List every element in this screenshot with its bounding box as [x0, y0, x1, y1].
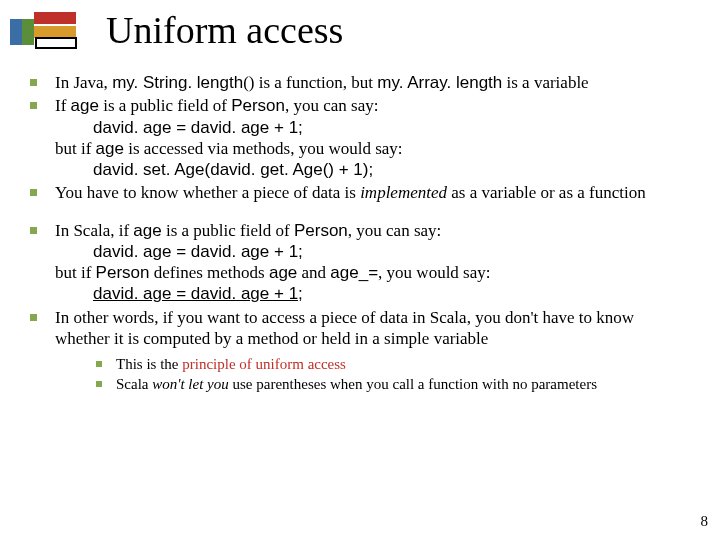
text: Scala	[116, 376, 152, 392]
text: , you can say:	[348, 221, 441, 240]
page-number: 8	[701, 513, 709, 530]
code: Person	[231, 96, 285, 115]
text: is accessed via methods, you would say:	[124, 139, 403, 158]
code: david. age = david. age + 1;	[93, 242, 303, 261]
code: age	[96, 139, 124, 158]
svg-rect-0	[34, 12, 76, 24]
svg-rect-3	[10, 19, 22, 45]
svg-rect-2	[22, 19, 34, 45]
logo-icon	[10, 10, 88, 58]
text: In Java,	[55, 73, 112, 92]
code: david. set. Age(david. get. Age() + 1);	[93, 160, 373, 179]
text: , you can say:	[285, 96, 378, 115]
text: This is the	[116, 356, 182, 372]
text: () is a function, but	[243, 73, 377, 92]
text: In Scala, if	[55, 221, 133, 240]
text: In other words, if you want to access a …	[55, 307, 690, 350]
bullet-5: In other words, if you want to access a …	[30, 307, 690, 350]
text: but if	[55, 263, 96, 282]
text: use parentheses when you call a function…	[229, 376, 597, 392]
bullet-4: In Scala, if age is a public field of Pe…	[30, 220, 690, 305]
bullet-icon	[30, 79, 37, 86]
emphasis: implemented	[360, 183, 447, 202]
text: as a variable or as a function	[447, 183, 646, 202]
sub-bullet-2: Scala won't let you use parentheses when…	[96, 375, 690, 394]
text: is a public field of	[99, 96, 231, 115]
text: is a variable	[502, 73, 588, 92]
text: but if	[55, 139, 96, 158]
text: defines methods	[149, 263, 268, 282]
text: If	[55, 96, 71, 115]
code: david. age = david. age + 1;	[93, 118, 303, 137]
code: age_=	[330, 263, 378, 282]
code: my. Array. length	[377, 73, 502, 92]
slide-body: In Java, my. String. length() is a funct…	[30, 72, 690, 395]
bullet-2: If age is a public field of Person, you …	[30, 95, 690, 180]
svg-rect-4	[36, 38, 76, 48]
bullet-icon	[30, 189, 37, 196]
bullet-icon	[30, 102, 37, 109]
bullet-icon	[96, 381, 102, 387]
code: Person	[294, 221, 348, 240]
bullet-icon	[30, 314, 37, 321]
code: my. String. length	[112, 73, 243, 92]
code: Person	[96, 263, 150, 282]
bullet-icon	[96, 361, 102, 367]
sub-bullet-1: This is the principle of uniform access	[96, 355, 690, 374]
code: david. age = david. age + 1;	[93, 284, 303, 303]
bullet-3: You have to know whether a piece of data…	[30, 182, 690, 203]
svg-rect-1	[34, 26, 76, 38]
text: is a public field of	[162, 221, 294, 240]
code: age	[133, 221, 161, 240]
slide: Uniform access In Java, my. String. leng…	[0, 0, 720, 540]
text: and	[297, 263, 330, 282]
code: age	[269, 263, 297, 282]
code: age	[71, 96, 99, 115]
slide-title: Uniform access	[106, 8, 343, 52]
text: , you would say:	[378, 263, 490, 282]
emphasis: won't let you	[152, 376, 229, 392]
text: You have to know whether a piece of data…	[55, 183, 360, 202]
highlight: principle of uniform access	[182, 356, 346, 372]
bullet-1: In Java, my. String. length() is a funct…	[30, 72, 690, 93]
bullet-icon	[30, 227, 37, 234]
